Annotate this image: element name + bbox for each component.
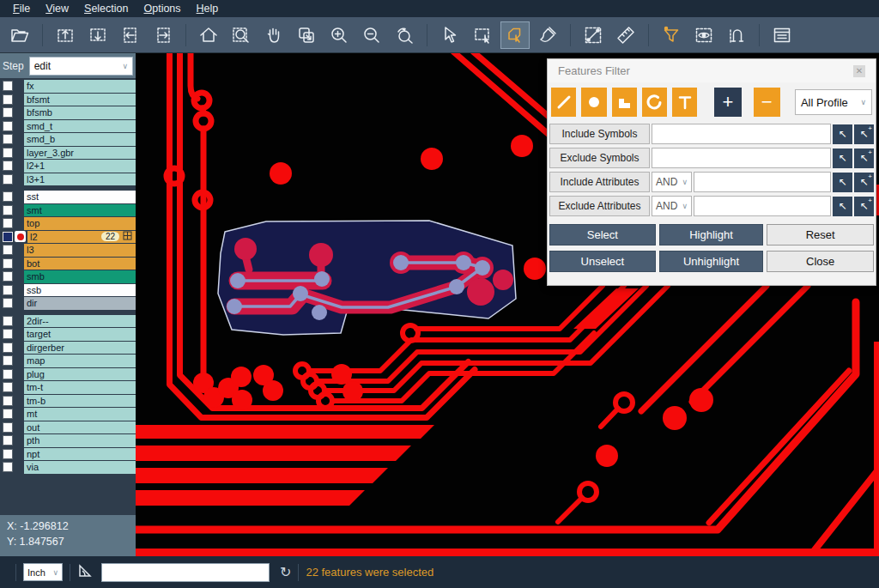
layer-visibility-checkbox[interactable] xyxy=(3,258,13,269)
layer-row-dir[interactable]: dir xyxy=(0,297,136,311)
exclude-attributes-input[interactable] xyxy=(694,196,831,216)
dialog-titlebar[interactable]: Features Filter ✕ xyxy=(548,59,876,82)
layer-visibility-checkbox[interactable] xyxy=(3,449,13,459)
layer-row-l3[interactable]: l3 xyxy=(0,244,136,258)
layer-row-fx[interactable]: fx xyxy=(0,80,136,94)
layer-row-l2[interactable]: l222 xyxy=(0,231,136,245)
layer-visibility-checkbox[interactable] xyxy=(3,369,13,379)
include-attributes-and-select[interactable]: AND∨ xyxy=(652,172,692,192)
layer-visibility-checkbox[interactable] xyxy=(3,94,13,105)
include-attributes-pick-button[interactable]: ↖ xyxy=(833,173,852,192)
reset-button[interactable]: Reset xyxy=(767,224,874,246)
menu-item-options[interactable]: Options xyxy=(136,1,188,16)
exclude-symbols-pick-add-button[interactable]: ↖+ xyxy=(854,149,874,168)
layer-row-map[interactable]: map xyxy=(0,355,136,368)
include-attributes-pick-add-button[interactable]: ↖+ xyxy=(854,173,874,192)
unselect-button[interactable]: Unselect xyxy=(549,251,656,272)
layer-visibility-checkbox[interactable] xyxy=(3,316,13,326)
layer-row-bot[interactable]: bot xyxy=(0,258,136,271)
polygon-select-button[interactable] xyxy=(500,21,530,49)
zoom-out-button[interactable] xyxy=(357,21,386,49)
layer-visibility-checkbox[interactable] xyxy=(3,271,13,282)
layer-row-out[interactable]: out xyxy=(0,421,136,435)
layer-row-ssb[interactable]: ssb xyxy=(0,284,136,298)
unhighlight-button[interactable]: Unhighlight xyxy=(659,251,764,272)
measure-line-button[interactable] xyxy=(579,21,608,49)
include-attributes-button[interactable]: Include Attributes xyxy=(549,172,650,192)
layer-visibility-checkbox[interactable] xyxy=(3,134,13,144)
angle-measure-icon[interactable] xyxy=(77,563,93,582)
menu-item-selection[interactable]: Selection xyxy=(76,1,136,16)
layer-row-dirgerber[interactable]: dirgerber xyxy=(0,342,136,355)
clean-brush-button[interactable] xyxy=(533,21,562,49)
layer-visibility-checkbox[interactable] xyxy=(3,245,13,255)
layer-visibility-checkbox[interactable] xyxy=(3,422,13,433)
layer-row-npt[interactable]: npt xyxy=(0,448,136,462)
select-cursor-button[interactable] xyxy=(435,21,464,49)
layer-visibility-checkbox[interactable] xyxy=(3,285,13,295)
layer-row-tm-t[interactable]: tm-t xyxy=(0,381,136,395)
layer-row-smt[interactable]: smt xyxy=(0,204,136,218)
layer-visibility-checkbox[interactable] xyxy=(3,342,13,353)
exclude-symbols-pick-button[interactable]: ↖ xyxy=(833,149,852,168)
layer-row-layer_3.gbr[interactable]: layer_3.gbr xyxy=(0,147,136,161)
pan-view-button[interactable] xyxy=(292,21,321,49)
include-symbols-pick-button[interactable]: ↖ xyxy=(833,124,852,144)
layer-visibility-checkbox[interactable] xyxy=(3,161,13,171)
layer-visibility-checkbox[interactable] xyxy=(3,121,13,131)
exclude-attributes-pick-button[interactable]: ↖ xyxy=(833,197,852,216)
filter-add-button[interactable]: + xyxy=(714,88,741,117)
layer-visibility-checkbox[interactable] xyxy=(3,382,13,392)
exclude-attributes-button[interactable]: Exclude Attributes xyxy=(549,196,650,216)
layer-row-target[interactable]: target xyxy=(0,328,136,342)
profile-select[interactable]: All Profile ∨ xyxy=(795,89,872,115)
include-symbols-button[interactable]: Include Symbols xyxy=(549,124,650,144)
exclude-symbols-button[interactable]: Exclude Symbols xyxy=(549,148,650,168)
unit-select[interactable]: Inch ∨ xyxy=(23,563,63,581)
layer-visibility-checkbox[interactable] xyxy=(3,205,13,215)
view-box-button[interactable] xyxy=(689,21,718,49)
zoom-fit-button[interactable] xyxy=(227,21,256,49)
layer-row-smd_t[interactable]: smd_t xyxy=(0,120,136,134)
pan-down-button[interactable] xyxy=(83,21,112,49)
open-button[interactable] xyxy=(5,21,34,49)
features-filter-button[interactable] xyxy=(657,21,686,49)
layer-visibility-checkbox[interactable] xyxy=(3,409,13,419)
layer-visibility-checkbox[interactable] xyxy=(3,462,13,472)
layer-visibility-checkbox[interactable] xyxy=(3,81,13,91)
layer-row-bfsmb[interactable]: bfsmb xyxy=(0,106,136,120)
menu-item-file[interactable]: File xyxy=(5,1,38,16)
layer-row-via[interactable]: via xyxy=(0,461,136,475)
layer-row-pth[interactable]: pth xyxy=(0,434,136,448)
layer-visibility-checkbox[interactable] xyxy=(3,329,13,339)
layer-visibility-checkbox[interactable] xyxy=(3,298,13,308)
layer-row-top[interactable]: top xyxy=(0,217,136,231)
layer-row-smd_b[interactable]: smd_b xyxy=(0,133,136,147)
layer-row-plug[interactable]: plug xyxy=(0,368,136,382)
layer-row-2dir--[interactable]: 2dir-- xyxy=(0,315,136,329)
layer-row-smb[interactable]: smb xyxy=(0,270,136,284)
refresh-icon[interactable]: ↻ xyxy=(280,564,291,580)
layer-visibility-checkbox[interactable] xyxy=(3,396,13,406)
layer-visibility-checkbox[interactable] xyxy=(3,191,13,202)
layer-row-l3+1[interactable]: l3+1 xyxy=(0,173,136,187)
filter-surface-button[interactable] xyxy=(612,88,637,117)
pan-right-button[interactable] xyxy=(149,21,178,49)
layer-visibility-checkbox[interactable] xyxy=(3,435,13,446)
ruler-button[interactable] xyxy=(611,21,640,49)
include-symbols-pick-add-button[interactable]: ↖+ xyxy=(854,124,874,144)
exclude-attributes-pick-add-button[interactable]: ↖+ xyxy=(854,197,874,216)
layer-visibility-checkbox[interactable] xyxy=(3,232,13,242)
home-view-button[interactable] xyxy=(194,21,223,49)
layer-row-tm-b[interactable]: tm-b xyxy=(0,395,136,409)
snap-button[interactable] xyxy=(722,21,751,49)
pan-left-button[interactable] xyxy=(116,21,145,49)
close-button[interactable]: Close xyxy=(767,251,874,272)
layer-row-sst[interactable]: sst xyxy=(0,191,136,204)
layer-row-mt[interactable]: mt xyxy=(0,408,136,421)
menu-item-view[interactable]: View xyxy=(38,1,76,16)
filter-remove-button[interactable]: − xyxy=(754,88,780,117)
layer-visibility-checkbox[interactable] xyxy=(3,107,13,118)
zoom-previous-button[interactable] xyxy=(390,21,419,49)
exclude-symbols-input[interactable] xyxy=(652,148,831,168)
